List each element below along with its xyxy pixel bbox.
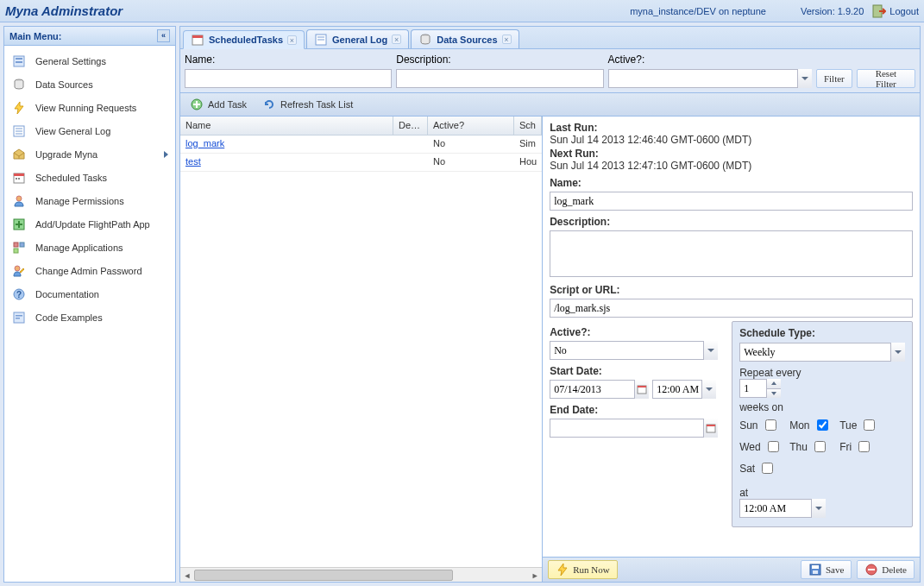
- sidebar-item-flightpath[interactable]: Add/Update FlightPath App: [4, 212, 175, 236]
- sidebar-item-data-sources[interactable]: Data Sources: [4, 72, 175, 96]
- dropdown-trigger[interactable]: [890, 343, 905, 362]
- svg-point-13: [16, 196, 22, 201]
- sidebar-item-running-requests[interactable]: View Running Requests: [4, 96, 175, 119]
- day-sun-checkbox[interactable]: [765, 419, 776, 431]
- submenu-arrow-icon: [164, 151, 168, 158]
- scroll-left-icon[interactable]: ◄: [180, 568, 194, 583]
- filter-desc-input[interactable]: [396, 69, 603, 88]
- sidebar-item-permissions[interactable]: Manage Permissions: [4, 189, 175, 212]
- tab-general-log[interactable]: General Log ×: [306, 29, 409, 48]
- svg-rect-16: [20, 243, 24, 247]
- script-input[interactable]: [550, 299, 913, 318]
- svg-rect-15: [14, 243, 18, 247]
- sidebar-item-general-log[interactable]: View General Log: [4, 119, 175, 142]
- row-schedule: Hou: [514, 154, 542, 171]
- column-header-schedule[interactable]: Sch: [514, 117, 542, 135]
- close-tab-button[interactable]: ×: [392, 35, 401, 44]
- close-tab-button[interactable]: ×: [502, 35, 512, 44]
- script-field-label: Script or URL:: [550, 284, 913, 296]
- repeat-every-label: Repeat every: [739, 367, 905, 379]
- day-tue-checkbox[interactable]: [864, 419, 875, 431]
- sidebar-item-upgrade[interactable]: Upgrade Myna: [4, 142, 175, 166]
- dropdown-trigger[interactable]: [811, 499, 826, 518]
- svg-rect-10: [14, 173, 24, 176]
- code-icon: [11, 310, 27, 325]
- refresh-label: Refresh Task List: [280, 99, 353, 110]
- day-fri-checkbox[interactable]: [858, 441, 870, 452]
- column-header-active[interactable]: Active?: [428, 117, 514, 135]
- log-icon: [11, 123, 27, 139]
- dropdown-trigger[interactable]: [797, 69, 812, 88]
- save-button[interactable]: Save: [801, 560, 852, 579]
- day-tue-label: Tue: [839, 419, 857, 432]
- collapse-sidebar-button[interactable]: «: [157, 29, 170, 42]
- delete-icon: [864, 563, 878, 577]
- refresh-list-button[interactable]: Refresh Task List: [257, 96, 358, 113]
- sidebar-item-label: General Settings: [35, 56, 106, 66]
- sidebar-item-label: Add/Update FlightPath App: [35, 219, 150, 230]
- row-schedule: Sim: [514, 135, 542, 153]
- database-icon: [418, 33, 432, 47]
- day-sat-checkbox[interactable]: [762, 463, 773, 474]
- apps-icon: [11, 240, 27, 255]
- desc-field-label: Description:: [550, 216, 913, 228]
- svg-rect-2: [16, 58, 22, 60]
- filter-button[interactable]: Filter: [816, 69, 852, 88]
- desc-textarea[interactable]: [550, 230, 913, 277]
- row-desc: [393, 135, 428, 153]
- name-input[interactable]: [550, 192, 913, 211]
- scroll-right-icon[interactable]: ►: [528, 568, 542, 583]
- sidebar-item-code-examples[interactable]: Code Examples: [4, 306, 175, 329]
- table-row[interactable]: test No Hou: [180, 154, 542, 172]
- day-thu-checkbox[interactable]: [814, 441, 826, 452]
- sidebar-item-manage-apps[interactable]: Manage Applications: [4, 236, 175, 259]
- app-icon: [11, 217, 27, 232]
- column-header-desc[interactable]: Descri: [393, 117, 428, 135]
- svg-rect-12: [18, 178, 20, 180]
- add-icon: [190, 98, 204, 111]
- schedule-type-combo[interactable]: [739, 343, 905, 362]
- spinner-down[interactable]: [767, 389, 781, 399]
- sidebar-item-documentation[interactable]: ? Documentation: [4, 282, 175, 306]
- horizontal-scrollbar[interactable]: ◄ ►: [180, 567, 542, 582]
- column-header-name[interactable]: Name: [180, 117, 393, 135]
- active-field-label: Active?:: [550, 326, 718, 338]
- active-combo[interactable]: [550, 341, 718, 360]
- tab-data-sources[interactable]: Data Sources ×: [411, 29, 519, 48]
- date-picker-trigger[interactable]: [634, 380, 649, 399]
- date-picker-trigger[interactable]: [703, 419, 718, 438]
- enddate-label: End Date:: [550, 404, 718, 416]
- day-mon-checkbox[interactable]: [817, 419, 828, 431]
- last-run-value: Sun Jul 14 2013 12:46:40 GMT-0600 (MDT): [550, 134, 913, 146]
- add-task-button[interactable]: Add Task: [185, 96, 252, 113]
- logout-label: Logout: [889, 6, 919, 16]
- close-tab-button[interactable]: ×: [287, 35, 297, 45]
- day-sat-label: Sat: [739, 463, 755, 475]
- enddate-input[interactable]: [550, 419, 718, 438]
- svg-rect-34: [707, 425, 715, 426]
- row-name-link[interactable]: test: [185, 156, 201, 167]
- reset-filter-button[interactable]: Reset Filter: [857, 69, 915, 88]
- day-wed-checkbox[interactable]: [768, 441, 779, 452]
- delete-button[interactable]: Delete: [857, 560, 915, 579]
- svg-rect-17: [14, 249, 18, 253]
- scroll-thumb[interactable]: [194, 570, 453, 581]
- dropdown-trigger[interactable]: [701, 380, 716, 399]
- logout-button[interactable]: Logout: [872, 4, 919, 18]
- dropdown-trigger[interactable]: [703, 341, 718, 360]
- filter-name-input[interactable]: [185, 69, 392, 88]
- row-active: No: [428, 154, 514, 171]
- sidebar-item-general-settings[interactable]: General Settings: [4, 49, 175, 72]
- sidebar-item-scheduled-tasks[interactable]: Scheduled Tasks: [4, 166, 175, 189]
- spinner-up[interactable]: [767, 379, 781, 389]
- table-row[interactable]: log_mark No Sim: [180, 135, 542, 154]
- tab-scheduled-tasks[interactable]: ScheduledTasks ×: [183, 30, 305, 49]
- sidebar-item-change-password[interactable]: Change Admin Password: [4, 259, 175, 282]
- filter-active-combo[interactable]: [608, 69, 812, 88]
- row-name-link[interactable]: log_mark: [185, 138, 224, 148]
- run-now-button[interactable]: Run Now: [548, 560, 617, 579]
- settings-icon: [11, 54, 27, 69]
- instance-label: myna_instance/DEV on neptune: [630, 6, 766, 16]
- svg-rect-36: [812, 565, 819, 569]
- sidebar-title: Main Menu:: [9, 31, 62, 41]
